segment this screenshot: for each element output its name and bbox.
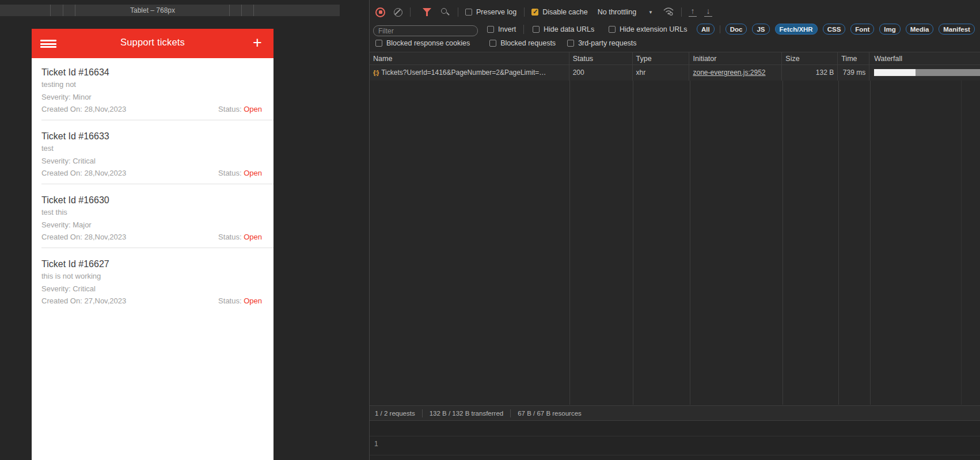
blocked-response-cookies-label[interactable]: Blocked response cookies: [386, 39, 470, 47]
ticket-status: Status: Open: [218, 169, 262, 177]
clear-network-log-icon[interactable]: [394, 8, 402, 17]
toolbar-divider: [523, 25, 524, 34]
request-row[interactable]: {:}Tickets?UserId=1416&PageNumber=2&Page…: [370, 65, 980, 81]
toolbar-divider: [458, 7, 458, 17]
add-ticket-button[interactable]: +: [248, 33, 267, 53]
requests-count: 1 / 2 requests: [370, 410, 422, 417]
status-open-value: Open: [244, 296, 262, 305]
drawer-divider: [370, 436, 980, 436]
device-toolbar: Tablet – 768px: [0, 5, 340, 16]
filter-input[interactable]: [373, 25, 478, 36]
ticket-created: Created On: 28,Nov,2023: [41, 169, 126, 177]
column-header-initiator[interactable]: Initiator: [689, 52, 782, 64]
ticket-card[interactable]: Ticket Id #16627 this is not working Sev…: [32, 250, 274, 314]
requests-table-header: Name Status Type Initiator Size Time Wat…: [370, 52, 980, 65]
ticket-title: Ticket Id #16627: [41, 258, 262, 269]
pill-divider: [720, 25, 720, 33]
ticket-card[interactable]: Ticket Id #16630 test this Severity: Maj…: [32, 186, 274, 250]
app-header: Support tickets +: [32, 29, 274, 58]
column-header-type[interactable]: Type: [633, 52, 690, 64]
invert-label[interactable]: Invert: [498, 25, 516, 33]
toolbar-divider: [681, 7, 682, 17]
throttling-select[interactable]: No throttling: [598, 8, 636, 16]
filter-pill-css[interactable]: CSS: [823, 24, 846, 35]
disable-cache-checkbox[interactable]: [531, 9, 538, 16]
search-icon[interactable]: [441, 8, 450, 17]
ticket-created: Created On: 28,Nov,2023: [41, 233, 126, 241]
initiator-link[interactable]: zone-evergreen.js:2952: [693, 69, 765, 77]
ticket-description: test this: [41, 208, 67, 216]
column-divider[interactable]: [633, 52, 633, 405]
column-header-waterfall[interactable]: Waterfall: [869, 52, 980, 64]
ticket-description: this is not working: [41, 272, 101, 280]
import-har-icon[interactable]: ↑: [689, 7, 697, 17]
preserve-log-checkbox[interactable]: [465, 9, 472, 16]
column-divider[interactable]: [569, 52, 570, 405]
third-party-requests-checkbox[interactable]: [567, 40, 574, 47]
filter-pill-font[interactable]: Font: [850, 24, 874, 35]
device-size-label[interactable]: Tablet – 768px: [0, 5, 305, 16]
filter-icon[interactable]: [423, 8, 431, 16]
ticket-list: Ticket Id #16634 testing not Severity: M…: [32, 58, 274, 314]
hide-data-urls-label[interactable]: Hide data URLs: [544, 25, 594, 33]
ticket-created: Created On: 28,Nov,2023: [41, 105, 126, 113]
preserve-log-label[interactable]: Preserve log: [476, 8, 516, 16]
third-party-requests-label[interactable]: 3rd-party requests: [578, 39, 636, 47]
column-header-time[interactable]: Time: [838, 52, 869, 64]
chevron-down-icon[interactable]: ▼: [648, 10, 653, 15]
column-divider[interactable]: [838, 52, 839, 405]
filter-pill-fetch-xhr[interactable]: Fetch/XHR: [775, 24, 818, 35]
request-waterfall-cell[interactable]: [869, 65, 980, 81]
request-name-cell[interactable]: {:}Tickets?UserId=1416&PageNumber=2&Page…: [370, 65, 569, 81]
ticket-status: Status: Open: [218, 296, 262, 305]
ticket-title: Ticket Id #16634: [41, 67, 262, 78]
network-conditions-icon[interactable]: [663, 7, 674, 17]
ticket-severity: Severity: Critical: [41, 157, 96, 165]
ticket-card[interactable]: Ticket Id #16634 testing not Severity: M…: [32, 58, 274, 122]
hide-extension-urls-label[interactable]: Hide extension URLs: [620, 25, 687, 33]
column-header-size[interactable]: Size: [782, 52, 838, 64]
waterfall-bar-waiting: [874, 69, 916, 76]
disable-cache-label[interactable]: Disable cache: [542, 8, 588, 16]
filter-pill-img[interactable]: Img: [879, 24, 900, 35]
devtools-drawer: 1: [370, 421, 980, 460]
ticket-description: test: [41, 145, 54, 152]
app-title: Support tickets: [32, 37, 274, 48]
list-divider: [41, 184, 274, 184]
ticket-card[interactable]: Ticket Id #16633 test Severity: Critical…: [32, 122, 274, 186]
device-screen: Support tickets + Ticket Id #16634 testi…: [32, 29, 274, 460]
network-filter-bar: Invert Hide data URLs Hide extension URL…: [370, 22, 980, 37]
network-summary-bar: 1 / 2 requests 132 B / 132 B transferred…: [370, 405, 980, 421]
request-type-cell: xhr: [633, 65, 690, 81]
drawer-line-number: 1: [374, 440, 378, 448]
export-har-icon[interactable]: ↓: [704, 7, 712, 17]
column-divider[interactable]: [870, 52, 871, 405]
blocked-requests-label[interactable]: Blocked requests: [500, 39, 556, 47]
screenshot-stage: Tablet – 768px Support tickets + Ticket …: [0, 0, 980, 460]
hide-data-urls-checkbox[interactable]: [533, 26, 540, 33]
filter-pill-media[interactable]: Media: [906, 24, 934, 35]
record-network-log-icon[interactable]: [375, 7, 385, 17]
request-name: Tickets?UserId=1416&PageNumber=2&PageLim…: [381, 69, 546, 77]
column-header-status[interactable]: Status: [569, 52, 633, 64]
ticket-severity: Severity: Major: [41, 221, 92, 229]
transferred-size: 132 B / 132 B transferred: [423, 410, 511, 417]
ticket-severity: Severity: Minor: [41, 93, 92, 101]
ticket-description: testing not: [41, 81, 76, 88]
drawer-divider: [370, 455, 980, 455]
filter-pill-js[interactable]: JS: [752, 24, 769, 35]
hide-extension-urls-checkbox[interactable]: [609, 26, 616, 33]
request-time-cell: 739 ms: [838, 65, 869, 81]
blocked-response-cookies-checkbox[interactable]: [375, 40, 382, 47]
invert-checkbox[interactable]: [487, 26, 494, 33]
blocked-requests-checkbox[interactable]: [489, 40, 496, 47]
column-divider[interactable]: [690, 52, 690, 405]
filter-pill-all[interactable]: All: [697, 24, 715, 35]
resource-type-filters: All Doc JS Fetch/XHR CSS Font Img Media …: [697, 24, 980, 35]
column-header-name[interactable]: Name: [370, 52, 569, 64]
status-open-value: Open: [244, 105, 262, 113]
filter-pill-doc[interactable]: Doc: [725, 24, 747, 35]
column-divider[interactable]: [783, 52, 783, 405]
filter-pill-manifest[interactable]: Manifest: [939, 24, 975, 35]
ticket-status: Status: Open: [218, 105, 262, 113]
